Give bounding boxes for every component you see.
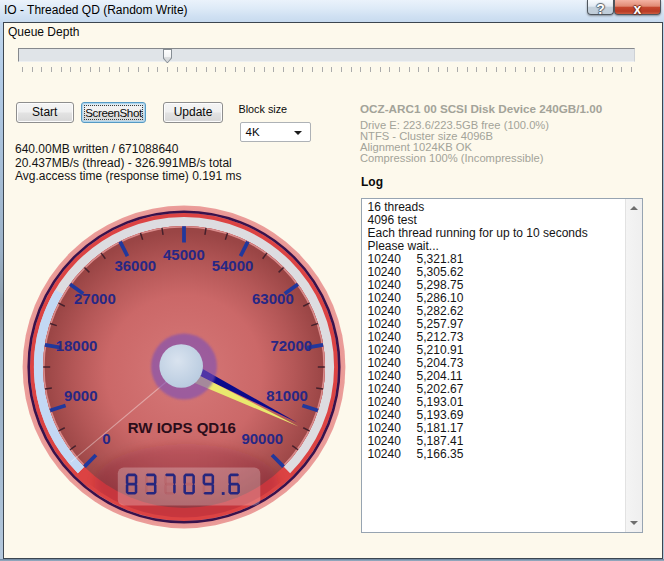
svg-text:RW IOPS QD16: RW IOPS QD16 <box>127 418 235 435</box>
svg-text:81000: 81000 <box>266 387 308 404</box>
svg-text:54000: 54000 <box>211 256 253 273</box>
svg-text:9000: 9000 <box>64 386 97 403</box>
svg-text:45000: 45000 <box>163 245 205 262</box>
svg-text:18000: 18000 <box>55 336 97 353</box>
svg-text:90000: 90000 <box>241 430 283 447</box>
svg-text:72000: 72000 <box>270 336 312 353</box>
svg-text:63000: 63000 <box>252 290 294 307</box>
svg-text:27000: 27000 <box>74 290 116 307</box>
svg-text:36000: 36000 <box>114 256 156 273</box>
